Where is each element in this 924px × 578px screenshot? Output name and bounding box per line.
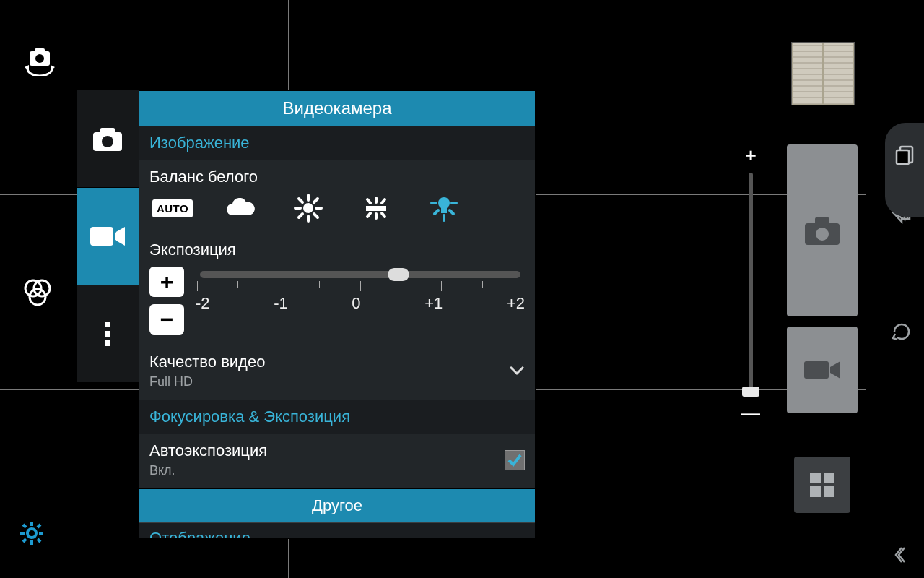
grid-icon <box>807 470 837 500</box>
svg-rect-50 <box>824 473 834 483</box>
svg-rect-49 <box>810 473 821 483</box>
svg-line-42 <box>435 210 438 214</box>
thumbnail-image <box>823 43 854 105</box>
zoom-thumb[interactable] <box>742 387 759 397</box>
svg-rect-1 <box>35 48 45 54</box>
check-icon <box>507 452 523 468</box>
wb-auto-badge: AUTO <box>152 199 193 217</box>
svg-rect-21 <box>105 340 110 346</box>
exposure-thumb[interactable] <box>388 268 409 281</box>
wb-daylight[interactable] <box>288 195 328 221</box>
settings-panel: Видеокамера Изображение Баланс белого AU… <box>139 90 536 539</box>
video-icon <box>801 357 843 383</box>
switch-camera-icon <box>22 47 58 76</box>
svg-rect-20 <box>105 331 110 337</box>
video-quality-label: Качество видео <box>149 353 265 371</box>
svg-rect-18 <box>90 227 113 246</box>
more-vertical-icon <box>103 320 113 348</box>
video-icon <box>89 224 126 249</box>
shutter-video-button[interactable] <box>787 327 858 413</box>
svg-point-47 <box>816 228 829 241</box>
nav-back[interactable] <box>890 321 913 345</box>
svg-line-28 <box>314 214 318 217</box>
exposure-tick-labels: -2 -1 0 +1 +2 <box>196 294 525 313</box>
svg-line-29 <box>299 214 302 217</box>
capture-controls <box>787 144 858 513</box>
collapse-icon <box>894 545 909 565</box>
svg-rect-16 <box>100 128 115 135</box>
exposure-ticks <box>196 281 525 291</box>
mode-video[interactable] <box>77 188 139 285</box>
exposure-row: Экспозиция + − -2 -1 0 +1 +2 <box>139 233 535 345</box>
panel-footer-other[interactable]: Другое <box>139 488 535 522</box>
shutter-photo-button[interactable] <box>787 144 858 316</box>
bulb-icon <box>429 194 459 223</box>
mode-more[interactable] <box>77 285 139 383</box>
svg-point-2 <box>35 54 44 63</box>
svg-line-37 <box>382 213 385 217</box>
zoom-out[interactable]: — <box>740 402 762 425</box>
switch-camera-button[interactable] <box>22 47 58 79</box>
wb-auto[interactable]: AUTO <box>152 195 193 221</box>
svg-line-43 <box>450 210 453 214</box>
nav-collapse[interactable] <box>894 545 909 568</box>
svg-line-36 <box>367 213 370 217</box>
mode-photo[interactable] <box>77 90 139 188</box>
settings-button[interactable] <box>19 520 45 549</box>
svg-rect-51 <box>810 486 821 497</box>
back-icon <box>890 321 913 342</box>
gallery-thumbnail[interactable] <box>791 42 855 105</box>
system-navbar <box>879 0 924 578</box>
auto-exposure-checkbox[interactable] <box>505 450 525 470</box>
svg-rect-46 <box>815 217 829 226</box>
section-image: Изображение <box>139 126 535 160</box>
section-display-cutoff: Отображение <box>139 522 535 538</box>
settings-mode-strip <box>77 90 139 480</box>
auto-exposure-label: Автоэкспозиция <box>149 441 267 460</box>
exposure-plus[interactable]: + <box>149 267 184 297</box>
svg-rect-31 <box>366 206 386 211</box>
gear-icon <box>19 520 45 546</box>
svg-rect-54 <box>897 150 909 164</box>
exposure-minus[interactable]: − <box>149 304 184 335</box>
filters-icon <box>22 278 53 307</box>
fluorescent-icon <box>360 197 392 220</box>
wb-incandescent[interactable] <box>424 195 464 221</box>
cloud-icon <box>224 198 257 218</box>
recent-apps-icon <box>894 144 915 166</box>
svg-point-6 <box>27 529 36 538</box>
camera-icon <box>90 125 125 152</box>
svg-point-17 <box>102 136 113 147</box>
svg-line-30 <box>314 199 318 202</box>
sun-icon <box>294 194 323 223</box>
svg-rect-19 <box>105 322 110 327</box>
white-balance-label: Баланс белого <box>149 168 525 186</box>
mode-switch-button[interactable] <box>794 457 850 513</box>
zoom-slider[interactable]: + — <box>740 144 762 412</box>
svg-point-38 <box>438 197 450 209</box>
filters-button[interactable] <box>22 278 53 310</box>
nav-recent-apps[interactable] <box>885 123 924 217</box>
svg-line-12 <box>38 539 40 542</box>
video-quality-value: Full HD <box>149 374 265 389</box>
svg-point-22 <box>303 203 313 213</box>
svg-line-33 <box>367 199 370 203</box>
svg-rect-48 <box>804 361 829 379</box>
camera-icon <box>802 215 842 246</box>
zoom-in[interactable]: + <box>740 144 762 167</box>
video-quality-row[interactable]: Качество видео Full HD <box>139 345 535 400</box>
wb-cloudy[interactable] <box>220 195 261 221</box>
svg-line-34 <box>382 199 385 203</box>
exposure-label: Экспозиция <box>149 241 525 259</box>
white-balance-row: Баланс белого AUTO <box>139 160 535 233</box>
panel-title: Видеокамера <box>139 91 535 126</box>
chevron-down-icon <box>509 363 525 379</box>
svg-rect-39 <box>441 207 447 213</box>
thumbnail-image <box>792 43 823 105</box>
zoom-track[interactable] <box>749 173 753 397</box>
wb-fluorescent[interactable] <box>356 195 396 221</box>
grid-line <box>577 0 578 578</box>
auto-exposure-value: Вкл. <box>149 463 267 478</box>
auto-exposure-row[interactable]: Автоэкспозиция Вкл. <box>139 434 535 488</box>
exposure-slider[interactable] <box>200 271 520 278</box>
